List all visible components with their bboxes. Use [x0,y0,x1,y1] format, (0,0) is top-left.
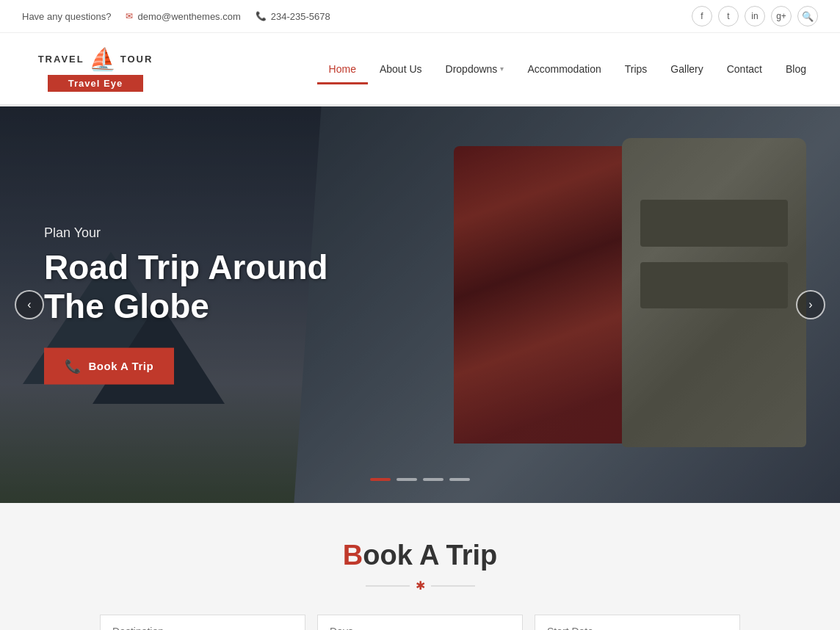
question-label: Have any questions? [22,11,111,22]
nav-gallery[interactable]: Gallery [659,56,714,82]
nav-dropdowns[interactable]: Dropdowns ▾ [434,56,516,82]
phone-number: 234-235-5678 [271,11,330,22]
hero-cta-label: Book A Trip [89,360,154,372]
book-title: Book A Trip [59,540,781,571]
hero-title: Road Trip Around The Globe [44,248,328,326]
divider-line-right [431,585,475,587]
main-nav: Home About Us Dropdowns ▾ Accommodation … [317,56,818,82]
nav-home[interactable]: Home [317,56,368,82]
nav-blog[interactable]: Blog [774,56,818,82]
email-contact: ✉ demo@wenthemes.com [126,11,240,22]
next-chevron-icon: › [808,298,812,311]
header: TRAVEL ⛵ TOUR Travel Eye Home About Us D… [0,33,840,106]
top-bar-left: Have any questions? ✉ demo@wenthemes.com… [22,11,330,22]
phone-contact: 📞 234-235-5678 [256,11,330,22]
top-bar-right: f t in g+ 🔍 [692,6,818,26]
prev-chevron-icon: ‹ [27,298,31,311]
carousel-dot-2[interactable] [397,478,417,481]
book-title-rest: ook A Trip [363,540,497,571]
top-bar: Have any questions? ✉ demo@wenthemes.com… [0,0,840,33]
divider-star-icon: ✱ [416,579,425,593]
book-divider: ✱ [59,579,781,593]
logo-travel-text: TRAVEL [38,54,84,65]
carousel-next-button[interactable]: › [796,290,825,319]
book-section: Book A Trip ✱ [0,503,840,630]
nav-accommodation[interactable]: Accommodation [515,56,612,82]
carousel-dot-1[interactable] [370,478,391,481]
days-input[interactable] [317,615,523,630]
facebook-icon[interactable]: f [692,6,712,26]
hero-content: Plan Your Road Trip Around The Globe 📞 B… [44,225,328,385]
email-icon: ✉ [126,11,133,21]
destination-input[interactable] [100,615,305,630]
google-plus-icon[interactable]: g+ [771,6,792,26]
email-address[interactable]: demo@wenthemes.com [137,11,240,22]
nav-trips[interactable]: Trips [613,56,659,82]
phone-icon: 📞 [256,11,267,21]
carousel-dot-4[interactable] [449,478,470,481]
hero-cta-icon: 📞 [65,358,82,374]
book-title-prefix: B [343,540,363,571]
linkedin-icon[interactable]: in [745,6,765,26]
search-icon[interactable]: 🔍 [797,6,818,26]
start-date-input[interactable] [535,615,740,630]
carousel-prev-button[interactable]: ‹ [15,290,44,319]
dropdown-chevron: ▾ [500,65,504,73]
logo-top: TRAVEL ⛵ TOUR [38,46,153,72]
carousel-dots [370,478,470,481]
divider-line-left [366,585,410,587]
logo-tour-text: TOUR [120,54,153,65]
carousel-dot-3[interactable] [423,478,443,481]
nav-contact[interactable]: Contact [715,56,774,82]
nav-about-us[interactable]: About Us [368,56,434,82]
logo-area: TRAVEL ⛵ TOUR Travel Eye [22,46,169,92]
logo-sail-icon: ⛵ [89,46,116,72]
twitter-icon[interactable]: t [718,6,739,26]
hero-title-line1: Road Trip Around [44,248,328,286]
hero-cta-button[interactable]: 📞 Book A Trip [44,347,174,384]
hero-subtitle: Plan Your [44,225,328,241]
hero-title-line2: The Globe [44,287,209,325]
book-form [59,615,781,630]
hero-section: Plan Your Road Trip Around The Globe 📞 B… [0,106,840,503]
logo-tagline[interactable]: Travel Eye [48,75,143,92]
